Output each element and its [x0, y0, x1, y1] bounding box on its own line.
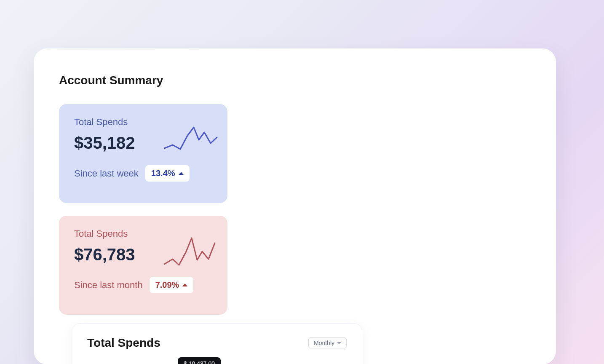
- period-select-value: Monthly: [314, 340, 334, 346]
- total-spends-chart-panel: Total Spends Monthly 04k7k10k JanFebMarA…: [72, 323, 362, 364]
- chevron-down-icon: [337, 342, 341, 344]
- summary-delta-badge: 7.09%: [150, 277, 194, 293]
- chart-y-axis: 04k7k10k: [87, 362, 104, 364]
- summary-delta-value: 13.4%: [151, 169, 175, 178]
- chart-tooltip: $ 10,437,00: [178, 357, 221, 364]
- chart-body: 04k7k10k JanFebMarApr$ 10,437,00MayJunJu…: [87, 362, 347, 364]
- summary-card-since: Since last month: [74, 280, 143, 291]
- summary-card-since: Since last week: [74, 168, 139, 179]
- caret-up-icon: [182, 284, 187, 286]
- sparkline-icon: [164, 123, 219, 157]
- caret-up-icon: [179, 172, 184, 175]
- account-summary-title: Account Summary: [59, 74, 227, 87]
- account-summary-section: Account Summary Total Spends $35,182 Sin…: [59, 74, 227, 327]
- summary-delta-value: 7.09%: [155, 280, 179, 290]
- summary-card-month[interactable]: Total Spends $76,783 Since last month 7.…: [59, 216, 227, 315]
- dashboard-card: Account Summary Total Spends $35,182 Sin…: [34, 48, 556, 364]
- right-column: Total Spends Monthly 04k7k10k JanFebMarA…: [72, 327, 362, 364]
- summary-card-week[interactable]: Total Spends $35,182 Since last week 13.…: [59, 104, 227, 203]
- sparkline-icon: [164, 235, 219, 273]
- summary-delta-badge: 13.4%: [145, 165, 190, 182]
- period-select[interactable]: Monthly: [308, 337, 347, 348]
- chart-title: Total Spends: [87, 336, 160, 350]
